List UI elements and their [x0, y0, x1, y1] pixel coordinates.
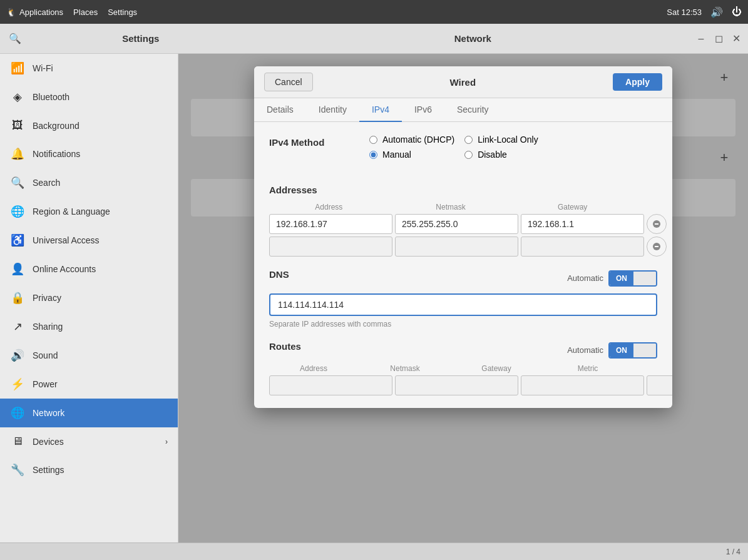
gateway-input-2[interactable] [521, 237, 644, 257]
routes-section: Routes Automatic ON [269, 341, 657, 395]
tab-security-label: Security [457, 104, 489, 115]
places-menu[interactable]: Places [73, 8, 98, 17]
search-button[interactable]: 🔍 [0, 24, 30, 54]
apply-button[interactable]: Apply [613, 73, 662, 91]
routes-headers: Address Netmask Gateway Metric [269, 364, 657, 373]
ipv4-method-row: IPv4 Method Automatic (DHCP) [269, 135, 657, 172]
radio-manual[interactable]: Manual [369, 150, 454, 160]
tab-identity[interactable]: Identity [306, 98, 359, 122]
routes-automatic-label: Automatic [567, 345, 603, 355]
settings-bottom-icon: 🔧 [10, 463, 25, 477]
remove-row-2-button[interactable] [647, 237, 667, 257]
radio-automatic-dhcp-input[interactable] [369, 136, 377, 144]
window-controls: – ◻ ✕ [694, 32, 748, 46]
routes-metric-input-1[interactable] [647, 375, 672, 395]
remove-icon-2 [652, 242, 661, 251]
power-icon[interactable]: ⏻ [732, 6, 742, 18]
netmask-input-2[interactable] [395, 237, 518, 257]
address-row-2 [269, 237, 657, 257]
status-bar: 1 / 4 [0, 542, 748, 560]
dialog-title: Wired [318, 77, 608, 88]
sidebar-item-label-devices: Devices [33, 437, 64, 447]
sidebar-item-label-power: Power [33, 379, 58, 389]
dns-input[interactable] [269, 293, 657, 316]
tab-ipv6[interactable]: IPv6 [402, 98, 444, 122]
col-header-netmask: Netmask [391, 203, 511, 211]
sidebar-item-wifi[interactable]: 📶 Wi-Fi [0, 54, 178, 83]
addresses-headers: Address Netmask Gateway [269, 203, 657, 211]
sound-icon: 🔊 [10, 349, 25, 362]
radio-link-local-input[interactable] [464, 136, 473, 144]
gateway-input-1[interactable] [521, 214, 644, 234]
sidebar-item-sharing[interactable]: ↗ Sharing [0, 312, 178, 341]
routes-netmask-input-1[interactable] [395, 375, 518, 395]
address-input-1[interactable] [269, 214, 392, 234]
sidebar-item-online-accounts[interactable]: 👤 Online Accounts [0, 255, 178, 283]
tab-ipv4[interactable]: IPv4 [359, 98, 402, 122]
netmask-input-1[interactable] [395, 214, 518, 234]
sidebar-item-universal-access[interactable]: ♿ Universal Access [0, 226, 178, 255]
sidebar-item-settings-bottom[interactable]: 🔧 Settings [0, 456, 178, 484]
routes-col-netmask: Netmask [361, 364, 449, 373]
dns-toggle[interactable]: ON [608, 270, 657, 287]
settings-menu[interactable]: Settings [108, 8, 137, 17]
app-icon: 🐧 [6, 8, 16, 17]
cancel-button[interactable]: Cancel [264, 73, 313, 91]
page-indicator: 1 / 4 [726, 547, 740, 556]
sidebar-item-label-online-accounts: Online Accounts [33, 264, 96, 274]
col-header-address: Address [269, 203, 389, 211]
sidebar-item-notifications[interactable]: 🔔 Notifications [0, 140, 178, 168]
places-label: Places [73, 8, 98, 17]
sidebar-item-network[interactable]: 🌐 Network [0, 399, 178, 427]
address-input-2[interactable] [269, 237, 392, 257]
col-header-gateway: Gateway [513, 203, 632, 211]
routes-gateway-input-1[interactable] [521, 375, 644, 395]
tab-security[interactable]: Security [444, 98, 501, 122]
network-window-title: Network [252, 33, 694, 44]
sidebar-item-region[interactable]: 🌐 Region & Language [0, 197, 178, 226]
titlebar: 🔍 Settings Network – ◻ ✕ [0, 24, 748, 54]
radio-disable-input[interactable] [464, 151, 473, 159]
maximize-button[interactable]: ◻ [712, 32, 725, 46]
datetime-label: Sat 12:53 [667, 8, 702, 17]
minimize-button[interactable]: – [694, 32, 708, 46]
radio-manual-input[interactable] [369, 151, 377, 159]
radio-link-local[interactable]: Link-Local Only [464, 135, 550, 145]
routes-toggle-on-label: ON [610, 344, 633, 357]
sidebar-item-power[interactable]: ⚡ Power [0, 370, 178, 399]
sidebar-item-label-network: Network [33, 408, 64, 418]
sidebar-item-bluetooth[interactable]: ◈ Bluetooth [0, 83, 178, 111]
radio-manual-label: Manual [382, 150, 411, 160]
routes-toggle[interactable]: ON [608, 342, 657, 359]
remove-row-1-button[interactable] [647, 214, 667, 234]
sidebar-item-label-region: Region & Language [33, 206, 110, 216]
addresses-label: Addresses [269, 185, 657, 195]
addresses-section: Addresses Address Netmask Gateway [269, 185, 657, 257]
dns-label: DNS [269, 269, 289, 280]
dns-header: DNS Automatic ON [269, 269, 657, 287]
tab-ipv4-label: IPv4 [372, 104, 389, 115]
window-area: 🔍 Settings Network – ◻ ✕ 📶 Wi-Fi ◈ Bluet… [0, 24, 748, 560]
routes-toggle-container: Automatic ON [567, 342, 657, 359]
close-button[interactable]: ✕ [729, 32, 743, 46]
radio-automatic-dhcp-label: Automatic (DHCP) [382, 135, 454, 145]
sidebar-item-privacy[interactable]: 🔒 Privacy [0, 283, 178, 312]
dns-section: DNS Automatic ON [269, 269, 657, 328]
sidebar-item-background[interactable]: 🖼 Background [0, 111, 178, 140]
sidebar-item-devices[interactable]: 🖥 Devices › [0, 427, 178, 456]
routes-address-input-1[interactable] [269, 375, 392, 395]
tab-details[interactable]: Details [254, 98, 306, 122]
sidebar-item-search[interactable]: 🔍 Search [0, 168, 178, 197]
sidebar-item-sound[interactable]: 🔊 Sound [0, 341, 178, 370]
radio-disable[interactable]: Disable [464, 150, 550, 160]
volume-icon[interactable]: 🔊 [710, 6, 723, 18]
sidebar-item-label-universal: Universal Access [33, 235, 100, 245]
applications-menu[interactable]: 🐧 Applications [6, 8, 63, 17]
sidebar-item-label-sharing: Sharing [33, 322, 63, 332]
sidebar-item-label-wifi: Wi-Fi [33, 63, 53, 73]
main-panel: + + Cancel Wired Apply [178, 54, 748, 542]
settings-window-title: Settings [30, 33, 252, 44]
radio-automatic-dhcp[interactable]: Automatic (DHCP) [369, 135, 454, 145]
routes-row-1 [269, 375, 657, 395]
online-accounts-icon: 👤 [10, 262, 25, 276]
